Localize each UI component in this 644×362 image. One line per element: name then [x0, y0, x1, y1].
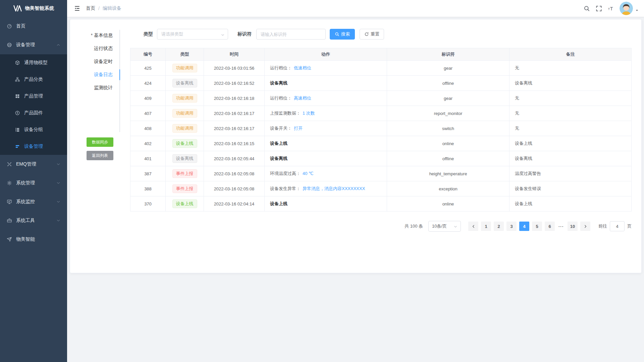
cell-action: 上报监测数据：1 次数 [265, 106, 387, 121]
emq-icon [7, 162, 12, 167]
next-page-button[interactable] [580, 222, 590, 231]
sidebar-subitem-label: 设备管理 [24, 143, 43, 149]
panel-tab[interactable]: 设备日志 [70, 68, 119, 81]
page-number-button[interactable]: 6 [545, 222, 555, 231]
sidebar-item[interactable]: 系统管理 [0, 174, 67, 192]
cell-identifier: switch [387, 121, 509, 136]
panel-tab[interactable]: 监测统计 [70, 81, 119, 94]
more-pages-icon[interactable]: ··· [556, 224, 566, 229]
page-number-button[interactable]: 10 [568, 222, 578, 231]
panel-tab[interactable]: 设备定时 [70, 55, 119, 68]
action-link[interactable]: 1 次数 [303, 111, 315, 116]
action-link[interactable]: 打开 [294, 126, 303, 131]
svg-text:T: T [610, 6, 613, 11]
avatar[interactable] [620, 2, 633, 15]
sidebar-submenu: 通用物模型产品分类产品管理产品固件设备分组设备管理 [0, 54, 67, 155]
cell-type: 功能调用 [166, 121, 204, 136]
content-area: * 基本信息运行状态设备定时设备日志监测统计 数据同步 返回列表 类型 请选择类… [67, 17, 644, 362]
cell-time: 2022-03-16 02:16:52 [204, 76, 265, 91]
action-text: 设备开关： [270, 126, 292, 131]
cell-action: 运行档位：高速档位 [265, 91, 387, 106]
back-to-list-button[interactable]: 返回列表 [87, 151, 113, 160]
cell-type: 设备离线 [166, 76, 204, 91]
sidebar-item[interactable]: 系统工具 [0, 211, 67, 230]
device-manage-icon [7, 42, 12, 48]
table-row: 409 功能调用 2022-03-16 02:16:18 运行档位：高速档位 g… [130, 91, 632, 106]
cell-identifier: offline [387, 76, 509, 91]
cell-time: 2022-03-16 02:16:18 [204, 91, 265, 106]
fullscreen-icon[interactable] [596, 5, 602, 12]
sidebar-item[interactable]: EMQ管理 [0, 155, 67, 174]
table-row: 425 功能调用 2022-03-16 03:01:56 运行档位：低速档位 g… [130, 61, 632, 76]
page-number-button[interactable]: 2 [494, 222, 504, 231]
font-size-icon[interactable]: TT [608, 5, 614, 12]
sidebar-item[interactable]: 物美智能 [0, 230, 67, 249]
logo[interactable]: 物美智能系统 [0, 0, 67, 17]
panel-tab[interactable]: 运行状态 [70, 42, 119, 55]
column-header: 时间 [204, 48, 265, 61]
refresh-icon [364, 32, 369, 37]
type-select[interactable]: 请选择类型 [157, 29, 228, 40]
page-size-select[interactable]: 10条/页 [428, 221, 461, 232]
cell-time: 2022-03-16 02:16:15 [204, 136, 265, 151]
action-link[interactable]: 40 ℃ [303, 171, 314, 176]
grid-icon [15, 94, 20, 99]
category-icon [15, 77, 20, 82]
sidebar-subitem-label: 设备分组 [24, 127, 43, 133]
sidebar-subitem[interactable]: 通用物模型 [0, 54, 67, 71]
content-card: * 基本信息运行状态设备定时设备日志监测统计 数据同步 返回列表 类型 请选择类… [70, 19, 642, 273]
cell-remark: 设备上线 [509, 196, 632, 212]
action-link[interactable]: 低速档位 [294, 65, 311, 70]
chevron-down-icon [221, 33, 225, 37]
identifier-label: 标识符 [237, 31, 252, 37]
sidebar-subitem[interactable]: 产品固件 [0, 105, 67, 121]
sidebar-subitem[interactable]: 设备分组 [0, 121, 67, 138]
reset-button[interactable]: 重置 [360, 29, 384, 40]
sidebar-subitem[interactable]: 产品分类 [0, 71, 67, 88]
action-link[interactable]: 高速档位 [294, 96, 311, 101]
log-type-tag: 设备上线 [172, 139, 197, 148]
search-icon[interactable] [584, 5, 590, 12]
column-header: 标识符 [387, 48, 509, 61]
cell-time: 2022-03-16 02:05:08 [204, 181, 265, 196]
column-header: 编号 [130, 48, 166, 61]
svg-text:T: T [608, 7, 610, 11]
log-type-tag: 事件上报 [172, 169, 197, 178]
sidebar-subitem[interactable]: 产品管理 [0, 88, 67, 105]
hamburger-icon[interactable] [74, 5, 80, 12]
page-number-button[interactable]: 1 [481, 222, 491, 231]
sidebar-item[interactable]: 设备管理 [0, 36, 67, 54]
breadcrumb-home[interactable]: 首页 [86, 5, 95, 11]
action-text: 设备离线 [270, 156, 287, 161]
caret-down-icon[interactable] [635, 8, 639, 12]
log-type-tag: 设备离线 [172, 79, 197, 87]
sidebar-item[interactable]: 系统监控 [0, 192, 67, 211]
goto-page-input[interactable] [610, 221, 625, 231]
cell-remark: 无 [509, 106, 632, 121]
cell-remark: 设备发生错误 [509, 181, 632, 196]
cell-type: 事件上报 [166, 181, 204, 196]
cell-id: 408 [130, 121, 166, 136]
data-sync-button[interactable]: 数据同步 [87, 137, 113, 147]
gear-icon [7, 180, 12, 186]
cell-action: 设备开关：打开 [265, 121, 387, 136]
required-marker: * [91, 33, 94, 38]
panel-tab[interactable]: * 基本信息 [70, 29, 119, 42]
topbar: 首页 / 编辑设备 TT [67, 0, 644, 17]
sidebar-subitem-label: 通用物模型 [24, 60, 48, 66]
sidebar-item-label: 系统工具 [16, 218, 35, 224]
pager: 123456···10 [467, 222, 592, 231]
cell-type: 设备上线 [166, 136, 204, 151]
page-number-button[interactable]: 3 [506, 222, 517, 231]
cell-remark: 无 [509, 91, 632, 106]
identifier-input[interactable] [256, 29, 326, 40]
prev-page-button[interactable] [468, 222, 478, 231]
log-type-tag: 功能调用 [172, 124, 197, 133]
sidebar-subitem[interactable]: 设备管理 [0, 138, 67, 155]
search-button[interactable]: 搜索 [330, 29, 355, 40]
cell-id: 387 [130, 166, 166, 181]
page-number-button[interactable]: 5 [532, 222, 542, 231]
action-link[interactable]: 异常消息，消息内容XXXXXXXX [303, 186, 365, 191]
sidebar-item[interactable]: 首页 [0, 17, 67, 36]
page-number-button[interactable]: 4 [519, 222, 529, 231]
